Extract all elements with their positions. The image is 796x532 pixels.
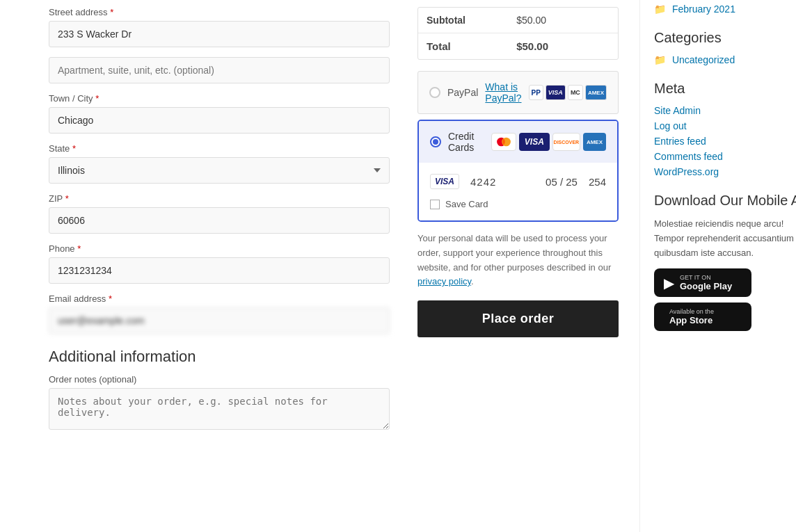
email-input[interactable] [49,307,390,334]
zip-input[interactable] [49,207,390,234]
sidebar-app-section: Download Our Mobile App Molestiae reicie… [654,193,796,331]
state-label: State * [49,143,390,154]
total-row: Total $50.00 [418,33,618,60]
paypal-radio[interactable] [429,87,440,98]
meta-heading: Meta [654,81,796,97]
total-label: Total [418,33,508,60]
app-heading: Download Our Mobile App [654,193,796,209]
amex-paypal-icon: AMEX [585,85,607,100]
visa-icon: VISA [519,133,550,151]
order-table: Subtotal $50.00 Total $50.00 [418,8,618,59]
sidebar-archive-section: 📁 February 2021 [654,3,796,15]
site-admin-link[interactable]: Site Admin [654,105,701,116]
paypal-option[interactable]: PayPal What is PayPal? PP VISA MC AMEX [417,71,619,114]
credit-card-body: VISA 4242 05 / 25 254 Save Card [419,163,617,220]
apple-store-badge[interactable]: Available on the App Store [654,303,751,331]
save-card-row[interactable]: Save Card [430,199,606,209]
place-order-button[interactable]: Place order [417,300,619,337]
street-address-label: Street address * [49,7,390,17]
cc-fields-row: VISA 4242 05 / 25 254 [430,174,606,189]
meta-wordpress-org: WordPress.org [654,166,796,177]
phone-input[interactable] [49,257,390,284]
paypal-label: PayPal [447,87,478,98]
amex-icon: AMEX [583,133,606,151]
save-card-checkbox[interactable] [430,200,440,209]
paypal-icons: PP VISA MC AMEX [529,85,607,100]
credit-card-radio[interactable] [430,136,441,147]
email-label: Email address * [49,293,390,304]
google-play-sub-text: GET IT ON [680,274,732,281]
visa-badge: VISA [430,174,459,189]
google-play-name: Google Play [680,281,732,291]
privacy-text: Your personal data will be used to proce… [417,232,619,289]
cc-number[interactable]: 4242 [470,176,534,188]
meta-entries-feed: Entries feed [654,136,796,147]
meta-list: Site Admin Log out Entries feed Comments… [654,105,796,177]
subtotal-value: $50.00 [508,8,618,33]
category-uncategorized: 📁 Uncategorized [654,54,796,65]
credit-card-label: Credit Cards [448,131,484,153]
total-value: $50.00 [508,33,618,60]
privacy-policy-link[interactable]: privacy policy [417,276,471,287]
log-out-link[interactable]: Log out [654,120,687,131]
order-summary-box: Subtotal $50.00 Total $50.00 [417,7,619,60]
comments-feed-link[interactable]: Comments feed [654,151,723,162]
categories-list: 📁 Uncategorized [654,54,796,65]
sidebar-meta-section: Meta Site Admin Log out Entries feed Com… [654,81,796,177]
order-notes-input[interactable] [49,388,390,430]
credit-card-header[interactable]: Credit Cards VISA [419,121,617,163]
categories-heading: Categories [654,30,796,46]
meta-site-admin: Site Admin [654,105,796,116]
visa-paypal-icon: VISA [546,85,566,100]
additional-info-heading: Additional information [49,348,390,366]
app-desc: Molestiae reiciendis neque arcu! Tempor … [654,217,796,260]
cc-cvv[interactable]: 254 [589,176,606,188]
state-select[interactable]: Illinois [49,157,390,184]
apple-sub-text: Available on the [669,308,714,315]
sidebar-categories-section: Categories 📁 Uncategorized [654,30,796,65]
town-city-label: Town / City * [49,93,390,104]
meta-comments-feed: Comments feed [654,151,796,162]
phone-label: Phone * [49,243,390,254]
sidebar: 📁 February 2021 Categories 📁 Uncategoriz… [639,0,796,532]
wordpress-org-link[interactable]: WordPress.org [654,166,719,177]
town-city-input[interactable] [49,107,390,134]
folder-icon: 📁 [654,3,666,15]
order-notes-label: Order notes (optional) [49,374,390,385]
cc-expiry[interactable]: 05 / 25 [546,176,578,188]
mastercard-icon [491,133,516,151]
paypal-link[interactable]: What is PayPal? [485,81,521,104]
street-address-input[interactable] [49,21,390,47]
subtotal-label: Subtotal [418,8,508,33]
meta-log-out: Log out [654,120,796,131]
category-folder-icon: 📁 [654,54,666,65]
february-2021-link[interactable]: February 2021 [672,3,735,15]
entries-feed-link[interactable]: Entries feed [654,136,706,147]
uncategorized-link[interactable]: Uncategorized [672,54,735,65]
save-card-label: Save Card [445,199,488,209]
subtotal-row: Subtotal $50.00 [418,8,618,33]
card-icons: VISA DISCOVER AMEX [491,133,606,151]
apple-store-name: App Store [669,315,714,325]
discover-icon: DISCOVER [552,133,580,151]
paypal-logo-icon: PP [529,85,543,100]
google-play-icon: ▶ [664,275,674,291]
credit-card-section: Credit Cards VISA [417,120,619,222]
google-play-badge[interactable]: ▶ GET IT ON Google Play [654,268,751,297]
mastercard-paypal-icon: MC [568,85,583,100]
apartment-input[interactable] [49,57,390,83]
zip-label: ZIP * [49,193,390,204]
